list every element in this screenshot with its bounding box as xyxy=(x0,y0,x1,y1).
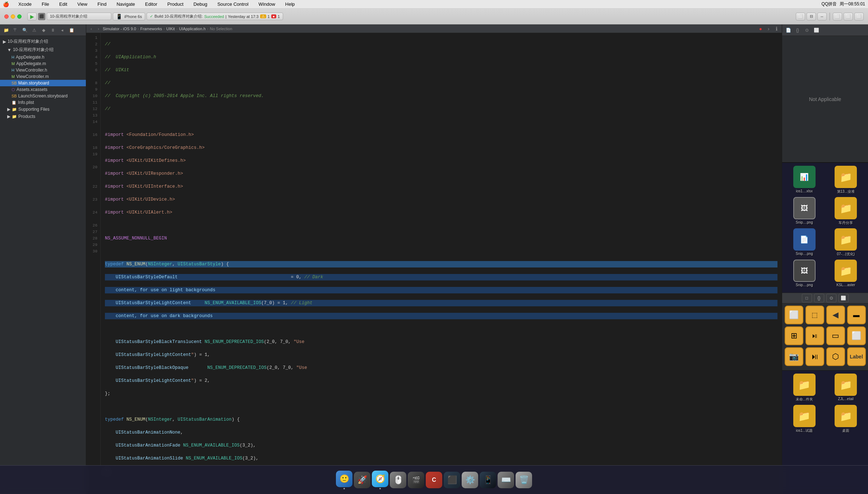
dock-safari[interactable]: 🧭 xyxy=(372,471,388,489)
menu-help[interactable]: Help xyxy=(283,1,297,8)
nav-file-viewcontroller-m[interactable]: M ViewController.m xyxy=(0,73,86,80)
ib-component-camera[interactable]: 📷 xyxy=(785,347,803,366)
breadcrumb-item-file[interactable]: UIApplication.h xyxy=(179,27,206,31)
version-editor-button[interactable]: ↔ xyxy=(817,13,827,20)
nav-file-infoplist[interactable]: 📋 Info.plist xyxy=(0,99,86,106)
code-view[interactable]: 1 2 3 4 5 6 8 9 10 11 12 13 xyxy=(86,33,782,494)
desktop-icon-folder-3[interactable]: 📁 07-...(优化) xyxy=(827,228,865,257)
dock-video[interactable]: 🎬 xyxy=(408,472,424,488)
ib-component-label[interactable]: Label xyxy=(847,347,866,366)
menu-view[interactable]: View xyxy=(75,1,89,8)
desktop-icon-snip-2[interactable]: 📄 Snip....png xyxy=(785,228,824,257)
debug-toggle[interactable]: ⬜ xyxy=(844,13,853,20)
desktop-icon-desktop[interactable]: 📁 桌面 xyxy=(827,405,865,433)
device-selector[interactable]: 📱 iPhone 6s xyxy=(113,13,145,20)
dock-launchpad[interactable]: 🚀 xyxy=(354,472,370,488)
stop-button[interactable]: ⬛ xyxy=(38,13,45,20)
breadcrumb-item-simulator[interactable]: Simulator - iOS 9.0 xyxy=(103,27,136,31)
symbol-navigator-icon[interactable]: 〒 xyxy=(11,26,19,34)
breadcrumb-item-frameworks[interactable]: Frameworks xyxy=(140,27,162,31)
project-scheme-selector[interactable]: 10-应用程序对象介绍 xyxy=(47,13,111,20)
quick-help-tab[interactable]: {} xyxy=(794,26,802,34)
ib-component-back[interactable]: ◀ xyxy=(826,306,845,324)
desktop-icon-folder-1[interactable]: 📁 第13...业准 xyxy=(827,166,865,194)
nav-file-launchscreen[interactable]: SB LaunchScreen.storyboard xyxy=(0,93,86,99)
desktop-icon-ios-xlsx[interactable]: 📊 ios1....xlsx xyxy=(785,166,824,194)
nav-file-viewcontroller-h[interactable]: H ViewController.h xyxy=(0,67,86,73)
dock-app[interactable]: 📱 xyxy=(480,472,496,488)
ib-component-play[interactable]: ⏯ xyxy=(805,326,824,345)
ib-toolbar-layout-btn[interactable]: ⬜ xyxy=(839,294,849,302)
menu-window[interactable]: Window xyxy=(257,1,277,8)
editor-issue-nav-prev[interactable]: ● xyxy=(757,26,764,32)
ib-component-3d[interactable]: ⬡ xyxy=(826,347,845,366)
ib-component-view-2[interactable]: ⬚ xyxy=(805,306,824,324)
dock-finder[interactable]: 🙂 xyxy=(336,471,352,489)
nav-file-assets[interactable]: ⬡ Assets.xcassets xyxy=(0,86,86,93)
desktop-icon-folder-4[interactable]: 📁 KSL....aster xyxy=(827,260,865,287)
desktop-icon-unfolder[interactable]: 📁 未命...件夹 xyxy=(785,374,824,402)
dock-trash[interactable]: 🗑️ xyxy=(516,472,532,488)
dock-mouse[interactable]: 🖱️ xyxy=(390,472,406,488)
debug-navigator-icon[interactable]: ⏸ xyxy=(49,26,57,34)
menu-xcode[interactable]: Xcode xyxy=(16,1,34,8)
ib-component-media[interactable]: ⏯ xyxy=(805,347,824,366)
menu-file[interactable]: File xyxy=(40,1,51,8)
breadcrumb-item-selection[interactable]: No Selection xyxy=(210,27,232,31)
menu-navigate[interactable]: Navigate xyxy=(114,1,137,8)
assistant-editor-button[interactable]: ⊟ xyxy=(807,13,816,20)
dock-csdn[interactable]: C xyxy=(426,472,442,488)
code-content[interactable]: // // UIApplication.h // UIKit // // Cop… xyxy=(101,33,782,494)
desktop-icon-ios1[interactable]: 📁 ios1...试题 xyxy=(785,405,824,433)
supporting-files-group[interactable]: ▶ 📁 Supporting Files xyxy=(0,106,86,113)
nav-file-main-storyboard[interactable]: SB Main.storyboard xyxy=(0,80,86,86)
ib-toolbar-circle-btn[interactable]: ⊙ xyxy=(826,294,836,302)
ib-toolbar-file-btn[interactable]: □ xyxy=(802,294,812,302)
run-button[interactable]: ▶ xyxy=(27,13,37,20)
dock-terminal[interactable]: ⬛ xyxy=(444,472,460,488)
identity-inspector-tab[interactable]: ⊙ xyxy=(803,26,811,34)
ib-component-rect[interactable]: ▭ xyxy=(826,326,845,345)
editor-issue-nav-next[interactable]: › xyxy=(765,26,772,32)
ib-component-grid[interactable]: ⊞ xyxy=(785,326,803,345)
attributes-inspector-tab[interactable]: ⬜ xyxy=(812,26,820,34)
project-group-item[interactable]: ▼ 10-应用程序对象介绍 xyxy=(0,46,86,54)
menu-source-control[interactable]: Source Control xyxy=(215,1,251,8)
desktop-icon-folder-2[interactable]: 📁 车丹分享 xyxy=(827,197,865,225)
close-button[interactable] xyxy=(4,14,9,19)
breadcrumb-nav-prev[interactable]: ‹ xyxy=(88,26,94,32)
issue-navigator-icon[interactable]: ⚠ xyxy=(30,26,38,34)
nav-file-appdelegate-m[interactable]: M AppDelegate.m xyxy=(0,60,86,67)
menu-find[interactable]: Find xyxy=(95,1,108,8)
ib-component-bar[interactable]: ▬ xyxy=(847,306,866,324)
dock-keyboard[interactable]: ⌨️ xyxy=(498,472,514,488)
report-navigator-icon[interactable]: 📋 xyxy=(68,26,75,34)
standard-editor-button[interactable]: ⬜ xyxy=(796,13,805,20)
nav-file-appdelegate-h[interactable]: H AppDelegate.h xyxy=(0,54,86,60)
dock-systemprefs[interactable]: ⚙️ xyxy=(462,472,478,488)
breakpoint-navigator-icon[interactable]: ◂ xyxy=(58,26,66,34)
apple-menu[interactable]: 🍎 xyxy=(3,1,9,7)
maximize-button[interactable] xyxy=(17,14,22,19)
ib-component-rect-2[interactable]: ⬜ xyxy=(847,326,866,345)
search-navigator-icon[interactable]: 🔍 xyxy=(21,26,29,34)
desktop-icon-snip-3[interactable]: 🖼 Snip....png xyxy=(785,260,824,287)
breadcrumb-item-uikit[interactable]: UIKit xyxy=(166,27,175,31)
menu-editor[interactable]: Editor xyxy=(143,1,160,8)
breadcrumb-nav-next[interactable]: › xyxy=(96,26,101,32)
minimize-button[interactable] xyxy=(11,14,15,19)
products-group[interactable]: ▶ 📁 Products xyxy=(0,113,86,120)
code-editor[interactable]: 1 2 3 4 5 6 8 9 10 11 12 13 xyxy=(86,33,782,494)
desktop-icon-snip-1[interactable]: 🖼 Snip....png xyxy=(785,197,824,225)
project-root-item[interactable]: ▶ 10-应用程序对象介绍 xyxy=(0,37,86,46)
menu-debug[interactable]: Debug xyxy=(191,1,209,8)
ib-toolbar-code-btn[interactable]: {} xyxy=(814,294,824,302)
file-info-button[interactable]: ℹ xyxy=(773,26,780,32)
desktop-icon-zjl[interactable]: 📁 ZJL...etail xyxy=(827,374,865,402)
menu-product[interactable]: Product xyxy=(165,1,186,8)
menu-edit[interactable]: Edit xyxy=(57,1,69,8)
test-navigator-icon[interactable]: ◆ xyxy=(40,26,47,34)
file-navigator-icon[interactable]: 📁 xyxy=(2,26,10,34)
inspector-toggle[interactable]: ⬜ xyxy=(854,13,864,20)
ib-component-view[interactable]: ⬜ xyxy=(785,306,803,324)
